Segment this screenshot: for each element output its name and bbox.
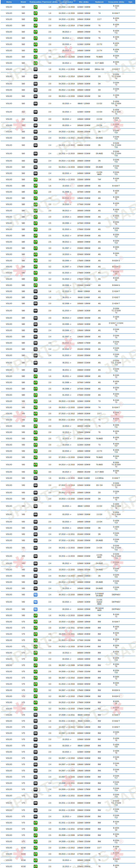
table-row[interactable]: VOLVOXC60PB2.010.2013 ->225kW / 306KMT6B… [1, 863, 135, 868]
table-row[interactable]: VOLVOXC60PB2.010.2013 ->180kW / 245KMT5B… [1, 857, 135, 863]
table-row[interactable]: VOLVOV70PB2.508.2007 -> 12.2009147kW / 2… [1, 662, 135, 669]
table-row[interactable]: VOLVOS80PB1.605.2011 ->132kW / 180KMASB … [1, 373, 135, 379]
table-row[interactable]: VOLVOV70ON2.404.2007 -> 12.2010120kW / 1… [1, 755, 135, 761]
table-row[interactable]: VOLVOV60Hy2.403.2015 ->120kW / 163KM2.4 … [1, 598, 135, 606]
table-row[interactable]: VOLVOS80PB2.501.2010 ->170kW / 231KMASB … [1, 226, 135, 232]
table-row[interactable]: VOLVOS80PB2.009.2013 ->180kW / 245KMASB … [1, 208, 135, 214]
table-row[interactable]: VOLVOS60ON2.005.2012 -> 12.2015100kW / 1… [1, 87, 135, 93]
table-row[interactable]: VOLVOV60ON2.407.2010 -> 12.2011151kW / 2… [1, 537, 135, 544]
table-row[interactable]: VOLVOS80ON2.406.2011 ->158kW / 215KMASD … [1, 367, 135, 373]
table-row[interactable]: VOLVOV60ON2.005.2012 -> 12.2015100kW / 1… [1, 489, 135, 496]
table-row[interactable]: VOLVOV70ON1.604.2011 -> 12.201584kW / 11… [1, 718, 135, 724]
table-row[interactable]: VOLVOV70ON2.404.2009 -> 12.2010129kW / 1… [1, 786, 135, 793]
table-row[interactable]: VOLVOS80ON2.403.2006 ->120kW / 163KMASD … [1, 321, 135, 327]
table-row[interactable]: VOLVOS60ON2.003.2015 ->165kW / 224KM2.0 … [1, 122, 135, 128]
table-row[interactable]: VOLVOV60PB3.004.2014 -> 12.2015242kW / 3… [1, 460, 135, 469]
table-row[interactable]: VOLVOV70PB1.610.2010 -> 12.2015132kW / 1… [1, 619, 135, 625]
table-row[interactable]: VOLVOS80PB1.610.2010 ->132kW / 180KMASB … [1, 183, 135, 189]
table-row[interactable]: VOLVOV70ON2.412.2009 -> 12.2011151kW / 2… [1, 793, 135, 799]
table-row[interactable]: VOLVOV60ON2.003.2015 ->140kW / 190KM2.0 … [1, 519, 135, 525]
table-row[interactable]: VOLVOV60Hy2.406.2012 -> 12.2015158kW / 2… [1, 591, 135, 598]
table-row[interactable]: VOLVOS60ON2.004.2010 -> 12.2014120kW / 1… [1, 81, 135, 87]
table-row[interactable]: VOLVOS60PB3.004.2010 -> 12.2015224kW / 3… [1, 54, 135, 60]
table-row[interactable]: VOLVOV70PB2.010.2013 ->180kW / 245KMBWB … [1, 650, 135, 656]
table-row[interactable]: VOLVOV60PB3.007.2010 -> 12.2015224kW / 3… [1, 454, 135, 460]
table-row[interactable]: VOLVOS80PB2.501.2010 ->170kW / 231KMASB … [1, 392, 135, 398]
table-row[interactable]: VOLVOS80PB2.509.2012 ->183kW / 249KMASB … [1, 239, 135, 245]
table-row[interactable]: VOLVOS80PB3.010.2010 ->224kW / 305KMASB … [1, 251, 135, 257]
table-row[interactable]: VOLVOV60PB3.004.2014 ->258kW / 351KM3.0 … [1, 469, 135, 475]
table-row[interactable]: VOLVOS60ON2.404.2010 -> 12.2011151kW / 2… [1, 135, 135, 141]
table-row[interactable]: VOLVOV60PB1.604.2011 -> 12.2015132kW / 1… [1, 612, 135, 619]
table-row[interactable]: VOLVOS80PB2.001.2008 ->107kW / 146KMASB … [1, 379, 135, 385]
table-row[interactable]: VOLVOS60PB1.604.2010 -> 12.2015110kW / 1… [1, 4, 135, 10]
table-row[interactable]: VOLVOV70ON2.010.2007 -> 12.2015100kW / 1… [1, 730, 135, 736]
table-row[interactable]: VOLVOXC60PB2.009.2010 -> 12.2014177kW / … [1, 851, 135, 857]
table-row[interactable]: VOLVOV70ON2.404.2011 -> 12.2015158kW / 2… [1, 807, 135, 813]
table-row[interactable]: VOLVOV70ON2.404.2007 -> 12.2009136kW / 1… [1, 768, 135, 774]
table-row[interactable]: VOLVOS80PB4.403.2006 ->232kW / 316KMASB … [1, 282, 135, 288]
table-row[interactable]: VOLVOV70PB2.504.2009 -> 12.2011170kW / 2… [1, 838, 135, 844]
table-row[interactable]: VOLVOS80PB2.010.2010 ->177kW / 241KMASB … [1, 201, 135, 208]
table-row[interactable]: VOLVOS80ON2.403.2006 ->136kW / 185KMASD … [1, 327, 135, 334]
table-row[interactable]: VOLVOV60ON2.404.2014 -> 12.2015169kW / 2… [1, 573, 135, 579]
table-row[interactable]: VOLVOS80ON2.002.2008 ->100kW / 136KMASD … [1, 300, 135, 306]
table-row[interactable]: VOLVOS80PB2.001.2008 ->107kW / 146KMASB … [1, 189, 135, 195]
table-row[interactable]: VOLVOV70ON2.410.2013 ->133kW / 181KMBWD … [1, 813, 135, 819]
table-row[interactable]: VOLVOV70PB3.204.2007 -> 12.2010175kW / 2… [1, 687, 135, 693]
table-row[interactable]: VOLVOS60PB2.003.2015 ->112kW / 152KM2.0 … [1, 41, 135, 48]
table-row[interactable]: VOLVOV60ON2.410.2013 -> 12.2015133kW / 1… [1, 566, 135, 573]
table-row[interactable]: VOLVOS60ON2.404.2011 -> 12.2015158kW / 2… [1, 149, 135, 158]
table-row[interactable]: VOLVOS80PB3.203.2006 ->175kW / 238KMASB … [1, 257, 135, 264]
table-row[interactable]: VOLVOV70ON2.003.2015 ->110kW / 150KMBWD … [1, 749, 135, 755]
table-row[interactable]: VOLVOS60PB2.004.2010 -> 12.2011149kW / 2… [1, 16, 135, 22]
table-row[interactable]: VOLVOV70ON2.003.2015 ->88kW / 120KMBWD 4… [1, 743, 135, 749]
table-row[interactable]: VOLVOV70PB1.601.2011 -> 12.2015132kW / 1… [1, 819, 135, 826]
table-row[interactable]: VOLVOS60ON2.404.2011 -> 12.2015158kW / 2… [1, 141, 135, 149]
table-row[interactable]: VOLVOS60ON1.601.2011 -> 12.201584kW / 11… [1, 66, 135, 72]
table-row[interactable]: VOLVOV60ON2.003.2015 ->165kW / 224KMD5D … [1, 525, 135, 531]
table-row[interactable]: VOLVOV70PB2.001.2010 -> 12.2014177kW / 2… [1, 637, 135, 643]
table-row[interactable]: VOLVOS80ON2.001.2010 ->120kW / 163KMASD … [1, 306, 135, 315]
table-row[interactable]: VOLVOV60PB2.009.2010 -> 12.2014177kW / 2… [1, 416, 135, 423]
table-row[interactable]: VOLVOV70PB2.001.2008 -> 12.2011107kW / 1… [1, 826, 135, 832]
table-row[interactable]: VOLVOS80PB2.505.2008 ->147kW / 200KMASB … [1, 385, 135, 392]
table-row[interactable]: VOLVOV70PB2.505.2008 -> 12.2009147kW / 2… [1, 832, 135, 838]
table-row[interactable]: VOLVOS60ON2.404.2010 -> 12.2011151kW / 2… [1, 128, 135, 135]
table-row[interactable]: VOLVOV70PB3.204.2010 -> 12.2014179kW / 2… [1, 699, 135, 706]
table-row[interactable]: VOLVOV60ON2.003.2015 ->110kW / 150KM2.0 … [1, 510, 135, 519]
table-row[interactable]: VOLVOV60PB2.010.2013 ->180kW / 245KMT5B … [1, 423, 135, 429]
table-row[interactable]: VOLVOV60PB2.003.2015 ->140kW / 190KM2.0 … [1, 448, 135, 454]
table-row[interactable]: VOLVOV70PB3.208.2007 -> 12.2010175kW / 2… [1, 693, 135, 699]
table-row[interactable]: VOLVOS80ON1.606.2011 ->84kW / 114KMASD 4… [1, 294, 135, 300]
table-row[interactable]: VOLVOS80PB3.201.2010 ->179kW / 243KMASB … [1, 270, 135, 276]
table-row[interactable]: VOLVOV70ON2.404.2007 -> 12.2009136kW / 1… [1, 761, 135, 768]
table-row[interactable]: VOLVOS80ON2.401.2010 ->151kW / 205KMASD … [1, 346, 135, 352]
table-row[interactable]: VOLVOV70PB3.001.2010 -> 12.2015224kW / 3… [1, 681, 135, 687]
table-row[interactable]: VOLVOV60ON2.405.2012 ->120kW / 163KMD4 A… [1, 560, 135, 566]
table-row[interactable]: VOLVOS60ON2.404.2014 -> 12.2015169kW / 2… [1, 164, 135, 170]
table-row[interactable]: VOLVOS60ON2.003.2015 ->110kW / 150KM2.0 … [1, 107, 135, 116]
table-row[interactable]: VOLVOV60ON2.404.2011 -> 12.2015158kW / 2… [1, 544, 135, 552]
table-row[interactable]: VOLVOS60PB2.009.2013 ->225kW / 306KMT6B … [1, 35, 135, 41]
table-row[interactable]: VOLVOV70ON2.410.2008 -> 12.2011151kW / 2… [1, 780, 135, 786]
table-row[interactable]: VOLVOS80ON2.401.2010 ->151kW / 205KMASD … [1, 352, 135, 359]
table-row[interactable]: VOLVOV70PB2.009.2009 -> 12.2011149kW / 2… [1, 631, 135, 637]
table-row[interactable]: VOLVOV60ON2.404.2014 -> 12.2015169kW / 2… [1, 579, 135, 585]
table-row[interactable]: VOLVOV70PB2.010.2007 -> 12.2011107kW / 1… [1, 625, 135, 631]
table-row[interactable]: VOLVOV70ON2.010.2007 -> 12.2015100kW / 1… [1, 724, 135, 730]
table-row[interactable]: VOLVOS80PB2.503.2006 ->147kW / 200KMASB … [1, 220, 135, 226]
table-row[interactable]: VOLVOS60PB3.004.2014 ->258kW / 351KM3.0 … [1, 60, 135, 66]
table-row[interactable]: VOLVOS80PB2.012.2014 ->180kW / 245KMASB … [1, 214, 135, 220]
table-row[interactable]: VOLVOS60PB2.003.2015 ->140kW / 190KM2.0 … [1, 48, 135, 54]
table-row[interactable]: VOLVOS80PB2.001.2010 ->149kW / 203KMASB … [1, 195, 135, 201]
table-row[interactable]: VOLVOV60Hy2.403.2015 ->162kW / 220KMD6 H… [1, 606, 135, 612]
table-row[interactable]: VOLVOV70PB3.008.2007 -> 12.2010210kW / 2… [1, 675, 135, 681]
table-row[interactable]: VOLVOV60ON2.404.2011 -> 12.2015158kW / 2… [1, 552, 135, 560]
table-row[interactable]: VOLVOV60PB2.003.2015 ->112kW / 152KMT3B … [1, 442, 135, 448]
table-row[interactable]: VOLVOS80PB3.001.2007 ->210kW / 286KMASB … [1, 245, 135, 251]
table-row[interactable]: VOLVOV60ON2.010.2013 -> 12.2015133kW / 1… [1, 496, 135, 502]
table-row[interactable]: VOLVOV60PB2.010.2013 ->225kW / 306KMT6 A… [1, 435, 135, 442]
table-row[interactable]: VOLVOS80ON1.601.2010 ->80kW / 109KMASD 4… [1, 288, 135, 294]
table-row[interactable]: VOLVOV70PB2.003.2015 ->140kW / 190KMBWB … [1, 656, 135, 662]
